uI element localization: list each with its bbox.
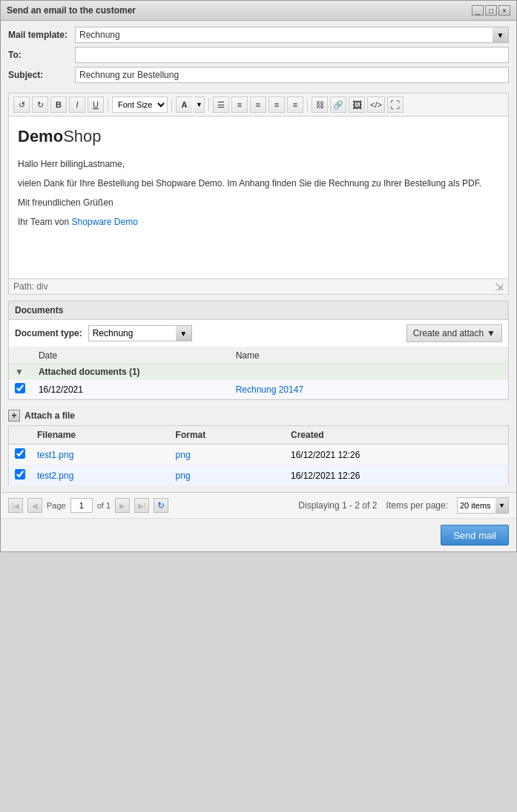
- table-row: test1.png png 16/12/2021 12:26: [9, 445, 509, 465]
- items-per-page-label: Items per page:: [386, 500, 448, 511]
- subject-input[interactable]: [75, 67, 509, 83]
- email-dialog: Send an email to the customer _ □ × Mail…: [0, 0, 517, 552]
- sep-1: [108, 98, 108, 111]
- attach-header: + Attach a file: [8, 406, 509, 425]
- file-check-cell-2: [9, 465, 32, 486]
- doc-date-cell: 16/12/2021: [33, 380, 230, 399]
- docs-table-header-row: Date Name: [9, 347, 508, 364]
- files-header-row: Filename Format Created: [9, 426, 509, 445]
- editor-body: vielen Dank für Ihre Bestellung bei Shop…: [18, 177, 499, 190]
- editor-signature: Ihr Team von Shopware Demo: [18, 215, 499, 229]
- image-button[interactable]: 🖼: [349, 96, 365, 113]
- unlink-button[interactable]: 🔗: [330, 96, 346, 113]
- bold-button[interactable]: B: [50, 96, 67, 113]
- mail-template-select[interactable]: Rechnung: [75, 27, 509, 43]
- file-name-link-2[interactable]: test2.png: [37, 471, 73, 481]
- underline-button[interactable]: U: [88, 96, 104, 113]
- docs-col-check: [9, 347, 33, 364]
- files-col-created: Created: [285, 426, 509, 445]
- files-col-format: Format: [170, 426, 285, 445]
- file-checkbox-2[interactable]: [15, 469, 25, 479]
- files-table: Filename Format Created test1.png png 16…: [8, 425, 509, 486]
- doc-name-cell: Rechnung 20147: [230, 380, 508, 399]
- brand-logo: DemoShop: [18, 124, 499, 148]
- file-check-cell: [9, 445, 32, 465]
- files-col-filename: Filename: [31, 426, 170, 445]
- email-editor[interactable]: DemoShop Hallo Herr billingLastname, vie…: [8, 116, 509, 279]
- file-name-link-1[interactable]: test1.png: [37, 450, 73, 460]
- items-per-page-select[interactable]: 20 items: [457, 497, 509, 514]
- docs-col-name: Name: [230, 347, 508, 364]
- align-left-button[interactable]: ≡: [250, 96, 266, 113]
- align-right-button[interactable]: ≡: [287, 96, 303, 113]
- table-row: 16/12/2021 Rechnung 20147: [9, 380, 508, 399]
- next-page-button[interactable]: ▶: [115, 498, 130, 513]
- doc-type-label: Document type:: [15, 328, 82, 338]
- doc-type-select[interactable]: Rechnung: [88, 325, 192, 341]
- file-format-cell-1: png: [170, 445, 285, 465]
- items-per-page-wrapper: 20 items ▼: [457, 497, 509, 514]
- sep-3: [208, 98, 209, 111]
- to-input[interactable]: [75, 47, 509, 63]
- refresh-button[interactable]: ↻: [154, 498, 168, 513]
- file-checkbox-1[interactable]: [15, 448, 25, 459]
- prev-page-button[interactable]: ◀: [27, 498, 42, 513]
- fullscreen-button[interactable]: ⛶: [387, 96, 404, 113]
- documents-header: Documents: [9, 301, 508, 320]
- sep-2: [171, 98, 172, 111]
- docs-col-date: Date: [33, 347, 230, 364]
- mail-template-select-wrapper: Rechnung ▼: [75, 27, 509, 43]
- font-size-select[interactable]: Font Size: [112, 96, 168, 113]
- window-title: Send an email to the customer: [7, 5, 136, 16]
- path-bar: Path: div ⇲: [8, 279, 509, 295]
- file-name-cell: test1.png: [31, 445, 170, 465]
- table-row: test2.png png 16/12/2021 12:26: [9, 465, 509, 486]
- redo-button[interactable]: ↻: [32, 96, 48, 113]
- minimize-button[interactable]: _: [472, 5, 484, 16]
- undo-button[interactable]: ↺: [13, 96, 30, 113]
- sep-4: [307, 98, 308, 111]
- to-label: To:: [8, 50, 75, 60]
- pagination-bar: |◀ ◀ Page of 1 ▶ ▶| ↻ Displaying 1 - 2 o…: [1, 492, 516, 518]
- editor-closing: Mit freundlichen Grüßen: [18, 196, 499, 209]
- attach-plus-icon[interactable]: +: [8, 410, 20, 422]
- last-page-button[interactable]: ▶|: [134, 498, 149, 513]
- display-info: Displaying 1 - 2 of 2 Items per page:: [298, 500, 448, 511]
- align-center-button[interactable]: ≡: [269, 96, 285, 113]
- send-mail-button[interactable]: Send mail: [441, 525, 509, 546]
- brand-shop: Shop: [63, 127, 101, 145]
- editor-greeting: Hallo Herr billingLastname,: [18, 157, 499, 171]
- form-area: Mail template: Rechnung ▼ To: Subject:: [1, 21, 516, 93]
- create-attach-label: Create and attach: [413, 328, 484, 338]
- create-attach-arrow-icon: ▼: [487, 328, 495, 338]
- code-button[interactable]: </>: [367, 96, 385, 113]
- window-controls: _ □ ×: [472, 5, 510, 16]
- close-button[interactable]: ×: [498, 5, 510, 16]
- font-color-arrow[interactable]: ▼: [194, 96, 205, 113]
- create-attach-button[interactable]: Create and attach ▼: [406, 324, 502, 342]
- file-name-cell-2: test2.png: [31, 465, 170, 486]
- first-page-button[interactable]: |◀: [8, 498, 23, 513]
- link-button[interactable]: ⛓: [312, 96, 328, 113]
- resize-handle[interactable]: ⇲: [495, 281, 504, 292]
- title-bar: Send an email to the customer _ □ ×: [1, 1, 516, 21]
- footer-bar: Send mail: [1, 518, 516, 551]
- italic-button[interactable]: I: [69, 96, 85, 113]
- displaying-text: Displaying 1 - 2 of 2: [298, 500, 377, 511]
- group-collapse-icon[interactable]: ▼: [15, 367, 24, 377]
- maximize-button[interactable]: □: [485, 5, 497, 16]
- mail-template-row: Mail template: Rechnung ▼: [8, 27, 509, 43]
- doc-name-link[interactable]: Rechnung 20147: [236, 384, 303, 395]
- path-text: Path: div: [13, 281, 48, 292]
- shopware-link[interactable]: Shopware Demo: [71, 217, 137, 227]
- documents-toolbar: Document type: Rechnung ▼ Create and att…: [9, 320, 508, 347]
- page-input[interactable]: [70, 498, 93, 513]
- doc-checkbox[interactable]: [15, 383, 25, 393]
- file-created-cell-1: 16/12/2021 12:26: [285, 445, 509, 465]
- ordered-list-button[interactable]: ≡: [231, 96, 248, 113]
- page-label: Page: [47, 501, 66, 510]
- unordered-list-button[interactable]: ☰: [213, 96, 229, 113]
- editor-toolbar: ↺ ↻ B I U Font Size A ▼ ☰ ≡ ≡ ≡ ≡ ⛓ 🔗 🖼 …: [8, 93, 509, 116]
- group-label: Attached documents (1): [33, 364, 508, 380]
- font-color-button[interactable]: A: [176, 96, 192, 113]
